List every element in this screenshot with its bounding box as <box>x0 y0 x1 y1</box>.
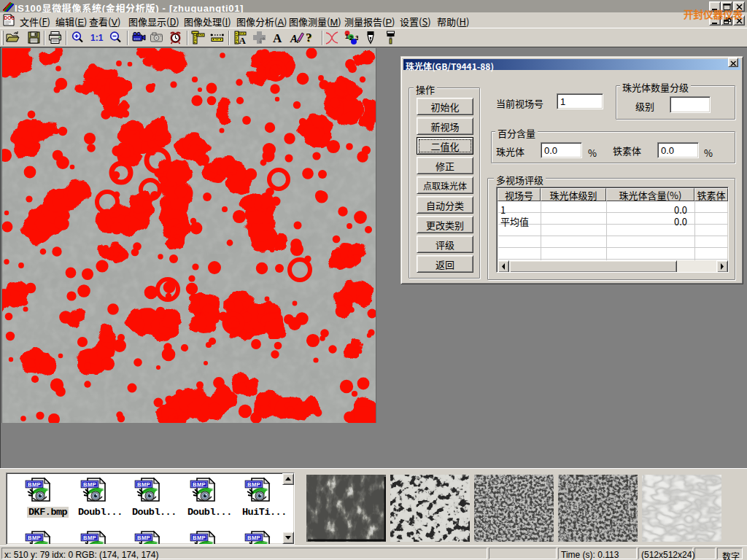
svg-text:BMP: BMP <box>28 534 41 541</box>
svg-text:A: A <box>273 31 282 45</box>
svg-text:2: 2 <box>349 34 353 42</box>
svg-text:DOC: DOC <box>4 15 15 20</box>
svg-text:1: 1 <box>345 33 349 40</box>
svg-text:BMP: BMP <box>193 534 206 541</box>
svg-text:A: A <box>239 35 247 45</box>
svg-text:BMP: BMP <box>83 534 96 541</box>
svg-text:BMP: BMP <box>193 481 206 488</box>
svg-text:BMP: BMP <box>137 534 150 541</box>
svg-text:BMP: BMP <box>247 534 260 541</box>
svg-text:BMP: BMP <box>137 481 150 488</box>
svg-text:BMP: BMP <box>28 481 41 488</box>
svg-text:?: ? <box>306 31 312 44</box>
svg-text:3: 3 <box>355 34 358 42</box>
svg-text:1:1: 1:1 <box>90 33 104 43</box>
svg-text:A: A <box>290 33 298 44</box>
svg-text:BMP: BMP <box>247 481 260 488</box>
svg-text:BMP: BMP <box>83 481 96 488</box>
